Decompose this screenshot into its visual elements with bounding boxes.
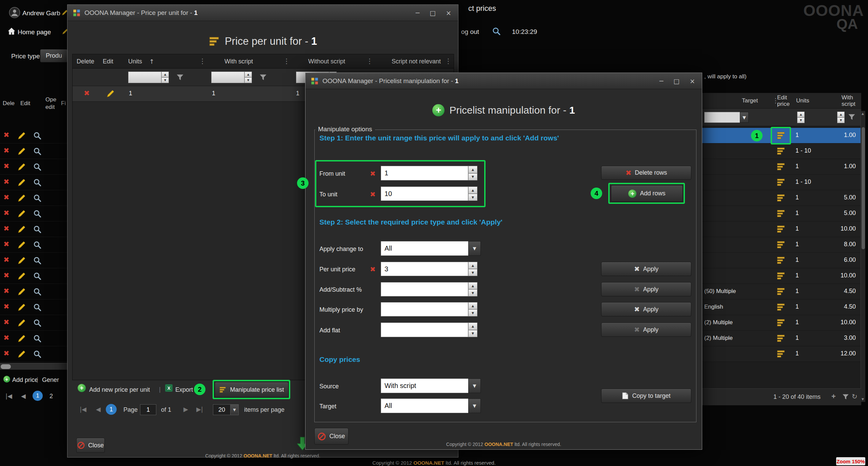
units-filter-input[interactable] xyxy=(128,72,161,83)
units-funnel-icon[interactable] xyxy=(176,74,184,81)
pricelist-row[interactable]: 112.00 xyxy=(700,346,861,362)
col-units[interactable]: Units xyxy=(128,58,142,65)
edit-price-icon[interactable] xyxy=(776,178,786,187)
with-script-funnel-icon[interactable] xyxy=(259,74,267,81)
user-avatar[interactable] xyxy=(9,7,20,18)
view-row-icon[interactable] xyxy=(33,132,41,140)
apply-add-flat-button[interactable]: ✖ Apply xyxy=(601,323,691,337)
pricelist-row[interactable]: 1 - 10 xyxy=(700,143,861,159)
spin-up-icon[interactable]: ▲ xyxy=(468,187,477,194)
pricelist-row[interactable]: (50) Multiple14.50 xyxy=(700,284,861,299)
delete-row-icon[interactable]: ✖ xyxy=(3,193,12,201)
view-row-icon[interactable] xyxy=(33,163,41,171)
edit-price-icon[interactable] xyxy=(776,131,786,140)
apply-change-select[interactable]: All ▼ xyxy=(381,241,481,256)
left-col-delete[interactable]: Dele xyxy=(3,100,15,107)
edit-price-icon[interactable] xyxy=(776,334,786,343)
view-row-icon[interactable] xyxy=(33,303,41,311)
delete-row-icon[interactable]: ✖ xyxy=(3,334,12,342)
from-unit-spinner[interactable]: ▲▼ xyxy=(468,166,477,180)
edit-price-icon[interactable] xyxy=(776,287,786,296)
edit-row-icon[interactable] xyxy=(18,288,26,296)
delete-row-icon[interactable]: ✖ xyxy=(3,318,12,326)
delete-row-icon[interactable]: ✖ xyxy=(3,287,12,295)
col-target[interactable]: Target xyxy=(742,97,758,104)
pricelist-row[interactable]: 110.00 xyxy=(700,268,861,284)
with-script-filter-input[interactable] xyxy=(211,72,244,83)
edit-row-icon[interactable] xyxy=(18,132,26,140)
col-units[interactable]: Units xyxy=(796,97,809,104)
units-column-menu-icon[interactable]: ⋮ xyxy=(199,57,206,65)
manipulate-price-list-button[interactable]: Manipulate price list xyxy=(215,382,289,397)
script-nr-column-menu-icon[interactable]: ⋮ xyxy=(445,57,452,65)
pricelist-row[interactable]: 18.00 xyxy=(700,237,861,253)
col-script-not-relevant[interactable]: Script not relevant xyxy=(392,58,441,65)
edit-price-icon[interactable] xyxy=(776,271,786,280)
add-flat-input[interactable] xyxy=(381,323,468,337)
edit-row-icon[interactable] xyxy=(18,225,26,233)
edit-price-icon[interactable] xyxy=(776,193,786,202)
add-price-plus-icon[interactable]: + xyxy=(3,376,10,383)
left-page-2[interactable]: 2 xyxy=(50,393,53,400)
spin-up-icon[interactable]: ▲ xyxy=(797,112,805,117)
target-select[interactable]: All ▼ xyxy=(381,399,481,413)
delete-row-icon[interactable]: ✖ xyxy=(3,147,12,155)
with-script-funnel-icon[interactable] xyxy=(848,114,855,120)
spin-down-icon[interactable]: ▼ xyxy=(837,117,845,123)
close-button[interactable]: × xyxy=(446,9,451,17)
edit-price-icon[interactable] xyxy=(776,303,786,312)
filter-icon[interactable] xyxy=(842,394,849,400)
pricelist-row[interactable]: 1 - 10 xyxy=(700,175,861,190)
page-last-icon[interactable]: ▶| xyxy=(196,406,203,413)
col-edit-price[interactable]: Editprice xyxy=(777,94,790,107)
page-first-icon[interactable]: |◀ xyxy=(80,406,86,413)
spin-down-icon[interactable]: ▼ xyxy=(244,77,252,83)
view-row-icon[interactable] xyxy=(33,147,41,155)
delete-row-icon[interactable]: ✖ xyxy=(3,271,12,279)
delete-row-icon[interactable]: ✖ xyxy=(84,89,90,97)
add-new-plus-icon[interactable]: + xyxy=(78,384,86,392)
spin-up-icon[interactable]: ▲ xyxy=(837,112,845,117)
spin-down-icon[interactable]: ▼ xyxy=(468,269,477,276)
left-col-edit[interactable]: Edit xyxy=(20,100,30,107)
spin-up-icon[interactable]: ▲ xyxy=(244,72,252,77)
to-unit-spinner[interactable]: ▲▼ xyxy=(468,187,477,201)
edit-row-icon[interactable] xyxy=(18,303,26,311)
dropdown-arrow-icon[interactable]: ▼ xyxy=(468,399,481,413)
spin-up-icon[interactable]: ▲ xyxy=(468,166,477,173)
view-row-icon[interactable] xyxy=(33,272,41,280)
scroll-up-icon[interactable]: ▲ xyxy=(862,112,864,115)
delete-row-icon[interactable]: ✖ xyxy=(3,240,12,248)
add-flat-spinner[interactable]: ▲▼ xyxy=(468,323,477,337)
add-subtract-spinner[interactable]: ▲▼ xyxy=(468,282,477,296)
pricelist-row[interactable]: (2) Multiple110.00 xyxy=(700,315,861,331)
current-page-button[interactable]: 1 xyxy=(106,404,117,415)
apply-per-unit-button[interactable]: ✖ Apply xyxy=(601,262,691,276)
edit-price-icon[interactable] xyxy=(776,256,786,265)
page-prev-icon[interactable]: ◀ xyxy=(96,406,101,413)
nav-home-page[interactable]: Home page xyxy=(18,28,51,36)
to-unit-input[interactable] xyxy=(381,187,468,201)
generate-button[interactable]: Gener xyxy=(42,376,59,384)
spin-down-icon[interactable]: ▼ xyxy=(468,173,477,181)
view-row-icon[interactable] xyxy=(33,288,41,296)
home-icon[interactable] xyxy=(7,27,16,35)
spin-up-icon[interactable]: ▲ xyxy=(468,302,477,309)
vscrollbar-thumb[interactable] xyxy=(862,127,865,249)
delete-row-icon[interactable]: ✖ xyxy=(3,303,12,311)
apply-multiply-button[interactable]: ✖ Apply xyxy=(601,302,691,316)
edit-price-icon[interactable] xyxy=(776,147,786,156)
maximize-button[interactable]: □ xyxy=(430,9,436,17)
add-subtract-input[interactable] xyxy=(381,282,468,296)
spin-down-icon[interactable]: ▼ xyxy=(468,194,477,201)
hscrollbar-thumb[interactable] xyxy=(1,364,11,369)
delete-row-icon[interactable]: ✖ xyxy=(3,131,12,139)
close-button[interactable]: × xyxy=(690,77,695,85)
delete-rows-button[interactable]: ✖ Delete rows xyxy=(601,166,691,180)
units-filter-spinner[interactable]: ▲▼ xyxy=(161,72,169,83)
pricelist-row[interactable]: 11.00 xyxy=(700,128,861,143)
col-with-script[interactable]: With script xyxy=(224,58,253,65)
view-row-icon[interactable] xyxy=(33,334,41,343)
pricelist-row[interactable]: English14.50 xyxy=(700,299,861,315)
apply-add-subtract-button[interactable]: ✖ Apply xyxy=(601,282,691,296)
